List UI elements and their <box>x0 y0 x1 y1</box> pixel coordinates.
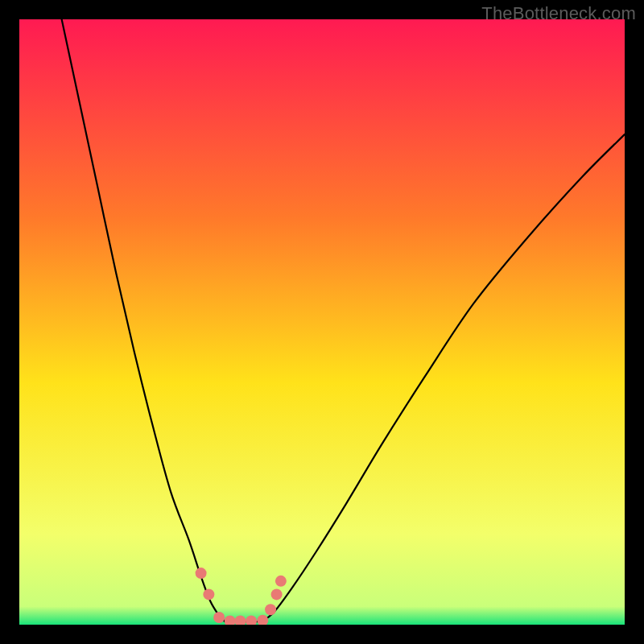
gradient-background <box>19 19 625 625</box>
data-point-marker <box>265 604 276 615</box>
chart-frame <box>19 19 625 625</box>
data-point-marker <box>203 588 214 600</box>
data-point-marker <box>275 576 287 587</box>
bottleneck-curve-chart <box>19 19 625 625</box>
data-point-marker <box>271 588 283 600</box>
data-point-marker <box>196 568 207 579</box>
data-point-marker <box>213 612 225 623</box>
